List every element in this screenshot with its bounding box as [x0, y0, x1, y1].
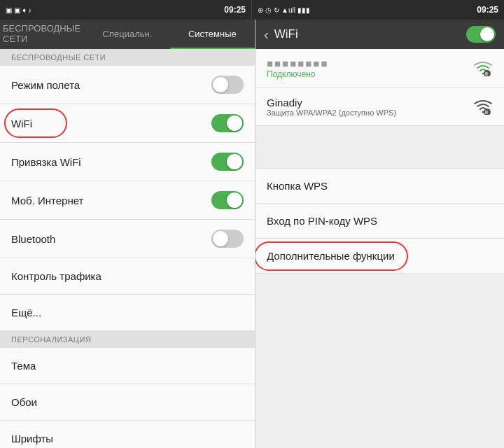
settings-item-wifi-tether[interactable]: Привязка WiFi [0, 143, 255, 181]
connected-network-info: ■■■■■■■■ Подключено [267, 57, 328, 79]
ginadiy-signal-svg: 0 [473, 99, 493, 115]
fonts-label: Шрифты [11, 433, 53, 444]
settings-list: БЕСПРОВОДНЫЕ СЕТИ Режим полета WiFi Прив… [0, 49, 255, 448]
bluetooth-toggle-knob [213, 231, 228, 246]
mobile-toggle-knob [227, 192, 242, 208]
settings-item-traffic[interactable]: Контроль трафика [0, 258, 255, 295]
wifi-header: ‹ WiFi [255, 20, 504, 49]
settings-item-bluetooth[interactable]: Bluetooth [0, 220, 255, 258]
settings-item-airplane[interactable]: Режим полета [0, 66, 255, 104]
svg-text:0: 0 [485, 110, 488, 115]
ginadiy-signal-icon: 0 [473, 99, 493, 115]
wifi-tether-toggle-knob [227, 154, 242, 169]
main-content: БЕСПРОВОДНЫЕ СЕТИ Специальн. Системные Б… [0, 20, 504, 448]
ginadiy-name: Ginadiy [267, 97, 396, 108]
usb-icon: ⊕ [258, 6, 263, 14]
connected-network-name: ■■■■■■■■ [267, 57, 328, 69]
settings-item-mobile[interactable]: Моб. Интернет [0, 181, 255, 220]
bluetooth-toggle[interactable] [211, 230, 244, 248]
wifi-main-toggle[interactable] [466, 26, 496, 43]
wifi-label: WiFi [11, 118, 32, 130]
svg-text:0: 0 [485, 71, 488, 76]
tab-system-label: Системные [188, 29, 237, 39]
tab-special-label: Специальн. [103, 29, 153, 39]
wifi-main-toggle-knob [480, 27, 494, 41]
settings-item-wallpaper[interactable]: Обои [0, 384, 255, 421]
wifi-signal-svg: 0 [473, 61, 493, 76]
settings-item-wifi[interactable]: WiFi [0, 104, 255, 143]
settings-item-fonts[interactable]: Шрифты [0, 421, 255, 448]
music-icon: ♪ [28, 6, 31, 14]
back-arrow-icon[interactable]: ‹ [264, 27, 269, 43]
airplane-label: Режим полета [11, 79, 80, 91]
left-time: 09:25 [224, 5, 246, 15]
more-label: Ещё... [11, 307, 41, 318]
notification-icon: ▣ [6, 6, 12, 14]
wifi-toggle[interactable] [211, 114, 244, 132]
wps-button-label: Кнопка WPS [267, 180, 328, 192]
additional-label: Дополнительные функции [267, 250, 395, 262]
menu-item-additional[interactable]: Дополнительные функции [255, 239, 504, 274]
wifi-tether-label: Привязка WiFi [11, 156, 81, 168]
ginadiy-security: Защита WPA/WPA2 (доступно WPS) [267, 108, 396, 117]
wifi-header-left: ‹ WiFi [264, 27, 298, 43]
section-personalization-header: ПЕРСОНАЛИЗАЦИЯ [0, 331, 255, 348]
bluetooth-label: Bluetooth [11, 233, 55, 245]
connected-network-status: Подключено [267, 69, 328, 79]
section-wireless-header: БЕСПРОВОДНЫЕ СЕТИ [0, 49, 255, 66]
traffic-label: Контроль трафика [11, 270, 102, 282]
left-status-icons: ▣ ▣ ♦ ♪ [6, 6, 31, 14]
theme-label: Тема [11, 360, 36, 372]
rotate-icon: ↻ [274, 6, 279, 14]
tabs-bar: БЕСПРОВОДНЫЕ СЕТИ Специальн. Системные [0, 20, 255, 49]
settings-item-more[interactable]: Ещё... [0, 295, 255, 331]
right-status-bar: ⊕ ◷ ↻ ▲ull ▮▮▮ 09:25 [252, 0, 504, 20]
ginadiy-network-info: Ginadiy Защита WPA/WPA2 (доступно WPS) [267, 97, 396, 117]
wifi-panel-title: WiFi [274, 27, 298, 41]
alarm-icon: ◷ [265, 6, 272, 14]
tab-special[interactable]: Специальн. [85, 20, 169, 49]
status-bars: ▣ ▣ ♦ ♪ 09:25 ⊕ ◷ ↻ ▲ull ▮▮▮ 09:25 [0, 0, 504, 20]
wifi-toggle-knob [227, 115, 242, 131]
airplane-toggle[interactable] [211, 76, 244, 94]
settings-item-theme[interactable]: Тема [0, 348, 255, 384]
right-status-icons: ⊕ ◷ ↻ ▲ull ▮▮▮ [258, 6, 310, 14]
tab-system[interactable]: Системные [170, 20, 255, 49]
connected-signal-icon: 0 [473, 60, 493, 77]
left-status-bar: ▣ ▣ ♦ ♪ 09:25 [0, 0, 252, 20]
wallpaper-label: Обои [11, 396, 37, 408]
airplane-toggle-knob [213, 77, 228, 92]
wifi-network-connected[interactable]: ■■■■■■■■ Подключено 0 [255, 49, 504, 88]
wps-pin-label: Вход по PIN-коду WPS [267, 215, 377, 227]
screenshot-icon: ▣ [14, 6, 20, 14]
wifi-tether-toggle[interactable] [211, 153, 244, 171]
battery-icon: ▮▮▮ [298, 6, 310, 14]
wifi-list-spacer [255, 126, 504, 168]
menu-item-wps-pin[interactable]: Вход по PIN-коду WPS [255, 204, 504, 239]
wifi-network-list: ■■■■■■■■ Подключено 0 G [255, 49, 504, 448]
mobile-toggle[interactable] [211, 191, 244, 209]
mobile-label: Моб. Интернет [11, 195, 83, 206]
tab-general[interactable]: БЕСПРОВОДНЫЕ СЕТИ [0, 20, 85, 49]
left-panel: БЕСПРОВОДНЫЕ СЕТИ Специальн. Системные Б… [0, 20, 255, 448]
right-time: 09:25 [477, 5, 498, 15]
wifi-network-ginadiy[interactable]: Ginadiy Защита WPA/WPA2 (доступно WPS) 0 [255, 88, 504, 126]
right-panel: ‹ WiFi ■■■■■■■■ Подключено [255, 20, 504, 448]
signal-icon: ▲ull [281, 6, 295, 14]
menu-item-wps-button[interactable]: Кнопка WPS [255, 169, 504, 204]
mic-icon: ♦ [22, 6, 26, 14]
